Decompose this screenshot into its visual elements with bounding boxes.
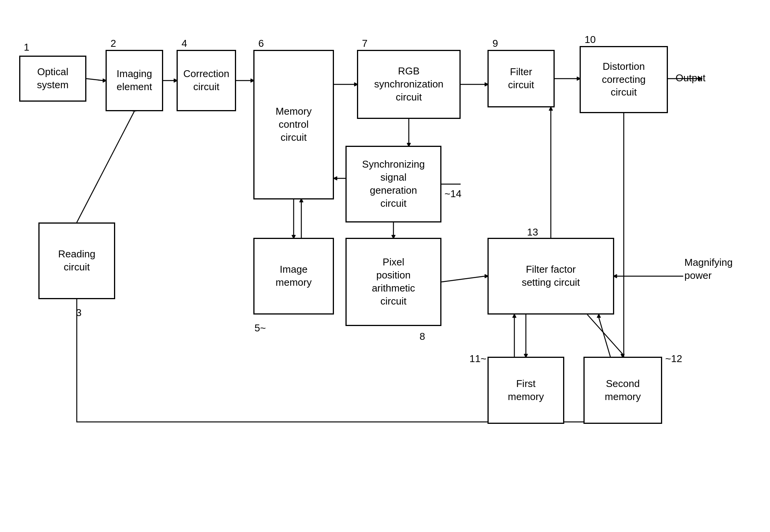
magnifying-power-label: Magnifyingpower [684,256,733,282]
ref-9: 9 [492,38,498,49]
ref-14: ~14 [444,188,461,200]
svg-line-25 [441,276,485,282]
sync-signal-gen-block: Synchronizingsignalgenerationcircuit [345,146,441,222]
ref-3: 3 [76,307,81,319]
output-label: Output [676,72,706,84]
rgb-sync-block: RGBsynchronizationcircuit [357,50,461,119]
ref-6: 6 [258,38,264,49]
first-memory-block: Firstmemory [487,357,564,424]
image-memory-block: Imagememory [253,238,334,315]
ref-8: 8 [420,331,425,343]
ref-11: 11~ [469,353,486,365]
ref-1: 1 [24,41,29,53]
svg-line-35 [599,318,610,357]
memory-control-block: Memorycontrolcircuit [253,50,334,199]
svg-line-0 [86,79,103,81]
ref-2: 2 [111,38,116,49]
reading-circuit-block: Readingcircuit [38,222,115,299]
optical-system-block: Optical system [19,56,86,102]
correction-circuit-block: Correctioncircuit [177,50,236,111]
ref-12: ~12 [665,353,682,365]
ref-4: 4 [182,38,187,49]
pixel-position-block: Pixelpositionarithmeticcircuit [345,238,441,326]
filter-factor-block: Filter factorsetting circuit [487,238,614,315]
svg-line-39 [77,111,134,222]
ref-10: 10 [585,34,596,46]
ref-5: 5~ [254,322,266,334]
second-memory-block: Secondmemory [583,357,662,424]
imaging-element-block: Imagingelement [106,50,163,111]
ref-7: 7 [362,38,367,49]
distortion-correcting-block: Distortioncorrectingcircuit [580,46,668,113]
diagram: Optical system Imagingelement Correction… [0,0,770,532]
svg-line-31 [587,315,623,354]
ref-13: 13 [527,226,538,238]
filter-circuit-block: Filtercircuit [487,50,555,107]
